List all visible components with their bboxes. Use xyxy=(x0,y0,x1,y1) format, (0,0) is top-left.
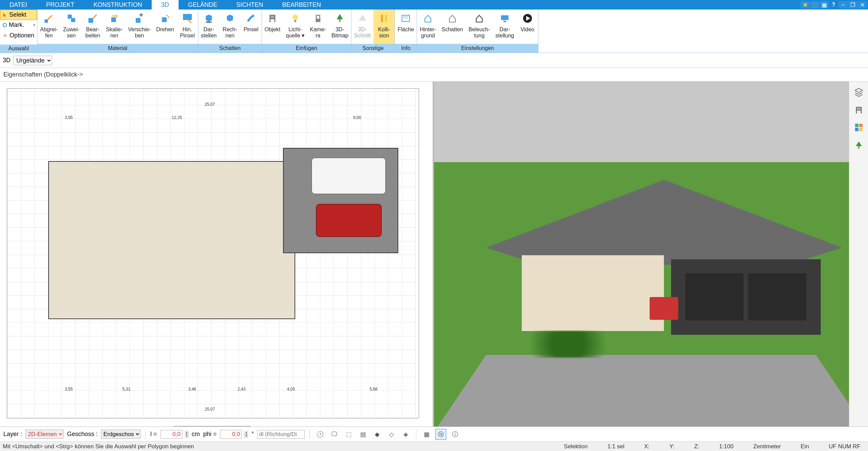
maximize-icon[interactable]: ❐ xyxy=(848,1,857,8)
menu-bearbeiten[interactable]: BEARBEITEN xyxy=(273,0,331,10)
svg-rect-16 xyxy=(402,15,410,21)
group-icon[interactable]: ⬚ xyxy=(343,429,354,440)
clock-icon[interactable]: 🕒 xyxy=(315,429,326,440)
options-button[interactable]: ＋ Optionen xyxy=(0,30,37,41)
ribbon-kamera[interactable]: Kame- ra xyxy=(307,10,329,44)
properties-label: Eigenschaften (Doppelklick-> xyxy=(3,71,83,78)
3d-car-red xyxy=(650,297,678,320)
info-icon[interactable]: ⓘ xyxy=(450,429,461,440)
ribbon-video[interactable]: Video xyxy=(517,10,538,44)
brush-icon xyxy=(245,13,257,24)
3d-house xyxy=(486,180,842,369)
status-z: Z: xyxy=(689,443,704,450)
side-icon-strip xyxy=(849,82,868,432)
ribbon-pinsel[interactable]: Pinsel xyxy=(240,10,262,44)
length-input[interactable] xyxy=(161,430,182,439)
ribbon-hinpinsel[interactable]: Hin. Pinsel xyxy=(177,10,198,44)
status-hint: Mit <Umschalt> und <Strg> können Sie die… xyxy=(3,443,194,450)
ribbon-darstellung[interactable]: Dar- stellung xyxy=(493,10,517,44)
marker-icon xyxy=(2,22,7,28)
diamond1-icon[interactable]: ◆ xyxy=(372,429,383,440)
ribbon-skalieren[interactable]: Skalie- ren xyxy=(103,10,126,44)
svg-rect-15 xyxy=(385,15,387,22)
menu-datei[interactable]: DATEI xyxy=(0,0,37,10)
tool-icon-2[interactable]: ⬚ xyxy=(810,1,819,8)
group-label-schatten: Schatten xyxy=(198,44,262,53)
tool-icon-1[interactable]: ✖ xyxy=(801,1,809,8)
dim-bot-5: 4,05 xyxy=(287,387,295,392)
cube-shadow-icon xyxy=(203,13,215,24)
ribbon-selection-group: Selekt Mark. ▾ ＋ Optionen Auswahl xyxy=(0,10,37,53)
dim-bot-2: 5,31 xyxy=(122,387,130,392)
ribbon-kollision[interactable]: Kolli- sion xyxy=(373,10,395,44)
length-label: l = xyxy=(150,431,157,438)
furniture-icon[interactable] xyxy=(853,104,865,116)
ribbon-lichtquelle[interactable]: Licht- quelle ▾ xyxy=(283,10,307,44)
3d-roof xyxy=(486,180,842,265)
layer-icon[interactable]: ▤ xyxy=(357,429,368,440)
floor-select[interactable]: Erdgeschos xyxy=(101,430,140,439)
ribbon-hintergrund[interactable]: Hinter- grund xyxy=(417,10,439,44)
status-selection: Selektion xyxy=(559,443,592,450)
group-label-einstellungen: Einstellungen xyxy=(417,44,538,53)
floor-label: Geschoss : xyxy=(67,431,98,438)
dim-bot-1: 3,55 xyxy=(65,387,72,392)
phi-spinner[interactable]: ▴▾ xyxy=(245,431,248,438)
svg-rect-18 xyxy=(503,21,506,22)
ribbon-beleuchtung[interactable]: Beleuch- tung xyxy=(466,10,493,44)
help-icon[interactable]: ? xyxy=(829,1,838,8)
layer-select[interactable]: 2D-Elemen xyxy=(26,430,64,439)
3d-garage xyxy=(671,259,820,335)
3d-wall xyxy=(522,255,664,331)
ribbon-schatten2[interactable]: Schatten xyxy=(439,10,466,44)
minimize-icon[interactable]: – xyxy=(839,1,848,8)
ribbon-rechnen[interactable]: Rech- nen xyxy=(219,10,240,44)
ribbon-flaeche[interactable]: Fläche xyxy=(395,10,417,44)
plant-icon[interactable] xyxy=(853,139,865,151)
menu-sichten[interactable]: SICHTEN xyxy=(227,0,273,10)
ribbon-darstellen[interactable]: Dar- stellen xyxy=(198,10,219,44)
ribbon-abgreifen[interactable]: Abgrei- fen xyxy=(37,10,61,44)
menu-3d[interactable]: 3D xyxy=(152,0,179,10)
length-unit: cm xyxy=(192,431,200,438)
dl-input[interactable] xyxy=(257,430,305,439)
ribbon-3dschnitt[interactable]: 3D- Schnitt xyxy=(351,10,373,44)
mark-button[interactable]: Mark. ▾ xyxy=(0,20,37,30)
ribbon-3dbitmap[interactable]: 3D- Bitmap xyxy=(329,10,351,44)
group-label-sonstige: Sonstige xyxy=(351,44,395,53)
ribbon-bearbeiten[interactable]: Bear- beiten xyxy=(82,10,103,44)
svg-point-10 xyxy=(293,15,298,20)
dim-bot-6: 5,66 xyxy=(370,387,378,392)
floorplan-rooms xyxy=(48,161,295,319)
dim-top-2: 12,25 xyxy=(172,115,182,120)
status-scale: 1:100 xyxy=(714,443,738,450)
select-button[interactable]: Selekt xyxy=(0,10,37,20)
diamond3-icon[interactable]: ◈ xyxy=(400,429,411,440)
grid-icon[interactable]: ▦ xyxy=(421,429,432,440)
ribbon-objekt[interactable]: Objekt xyxy=(262,10,283,44)
close-icon[interactable]: ✕ xyxy=(858,1,867,8)
properties-bar[interactable]: Eigenschaften (Doppelklick-> xyxy=(0,68,868,82)
phi-input[interactable] xyxy=(220,430,242,439)
status-indicators: UF NUM RF xyxy=(824,443,865,450)
menu-projekt[interactable]: PROJEKT xyxy=(37,0,84,10)
palette-icon[interactable] xyxy=(853,122,865,133)
3d-view-pane[interactable] xyxy=(434,82,868,432)
group-label-material: Material xyxy=(37,44,198,53)
length-spinner[interactable]: ▴▾ xyxy=(185,431,188,438)
north-icon[interactable]: Ⓝ xyxy=(435,429,446,440)
ribbon-zuweisen[interactable]: Zuwei- sen xyxy=(61,10,82,44)
eyedropper-icon xyxy=(43,13,55,24)
ribbon-verschieben[interactable]: Verschie- ben xyxy=(126,10,154,44)
tool-icon-3[interactable]: ▦ xyxy=(820,1,829,8)
layers-icon[interactable] xyxy=(853,86,865,98)
terrain-select[interactable]: Urgelände xyxy=(13,56,52,65)
diamond2-icon[interactable]: ◇ xyxy=(386,429,397,440)
menu-gelaende[interactable]: GELÄNDE xyxy=(179,0,227,10)
2d-floorplan-pane[interactable]: 25,07 25,07 3,55 12,25 9,00 3,55 5,31 3,… xyxy=(0,82,434,432)
svg-rect-8 xyxy=(183,14,192,20)
floorplan-canvas[interactable]: 25,07 25,07 3,55 12,25 9,00 3,55 5,31 3,… xyxy=(7,88,419,418)
ribbon-drehen[interactable]: Drehen xyxy=(153,10,177,44)
screen-icon[interactable]: 🖵 xyxy=(329,429,340,440)
menu-konstruktion[interactable]: KONSTRUKTION xyxy=(84,0,152,10)
